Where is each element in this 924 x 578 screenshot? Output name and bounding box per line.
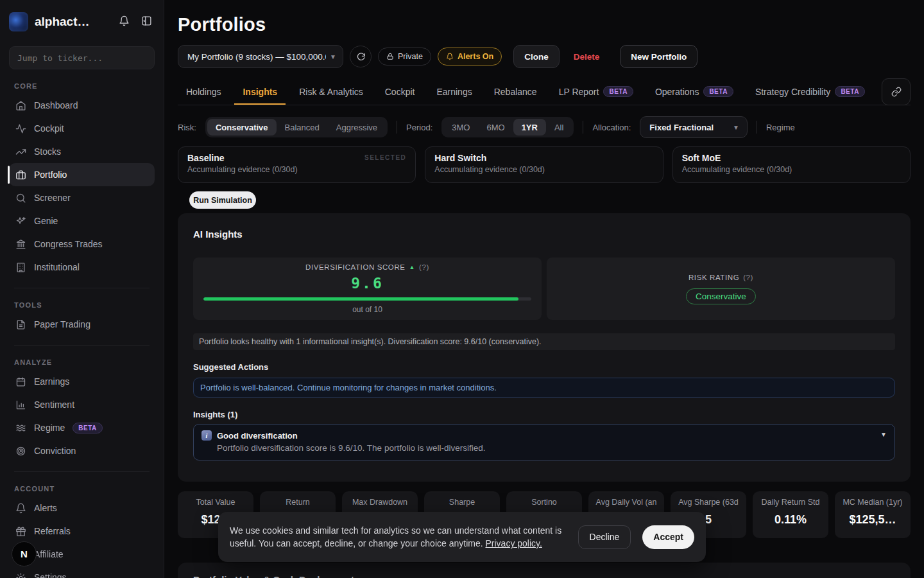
bar-chart-icon: [15, 399, 26, 410]
ai-insights-panel: AI Insights DIVERSIFICATION SCORE ▲ (?) …: [178, 213, 911, 482]
selected-tag: SELECTED: [364, 154, 406, 161]
tab-operations[interactable]: OperationsBETA: [647, 78, 742, 105]
activity-icon: [15, 123, 26, 134]
run-simulation-button[interactable]: Run Simulation: [189, 191, 256, 209]
help-icon[interactable]: (?): [743, 274, 753, 281]
risk-option-conservative[interactable]: Conservative: [207, 119, 277, 136]
sidebar-item-label: Sentiment: [34, 399, 74, 410]
period-option-6mo[interactable]: 6MO: [478, 119, 513, 136]
portfolio-select[interactable]: My Portfolio (9 stocks) — $100,000.0 ▼: [178, 45, 343, 68]
sidebar-item-regime[interactable]: Regime BETA: [9, 416, 155, 439]
risk-option-aggressive[interactable]: Aggressive: [328, 119, 386, 136]
sidebar-item-settings[interactable]: Settings: [9, 566, 155, 578]
period-option-all[interactable]: All: [546, 119, 572, 136]
stat-label: Max Drawdown: [347, 498, 413, 507]
privacy-policy-link[interactable]: Privacy policy.: [485, 538, 542, 548]
refresh-icon: [356, 52, 366, 62]
diversification-score-label: DIVERSIFICATION SCORE ▲ (?): [305, 263, 429, 271]
risk-filter-label: Risk:: [178, 123, 196, 132]
sidebar-item-label: Regime: [34, 423, 65, 433]
chevron-down-icon[interactable]: ▼: [880, 431, 887, 438]
sidebar-item-label: Dashboard: [34, 100, 78, 110]
filter-row: Risk: Conservative Balanced Aggressive P…: [178, 117, 911, 137]
stat-label: Sortino: [511, 498, 577, 507]
stat-label: MC Median (1yr): [840, 498, 905, 507]
tab-rebalance[interactable]: Rebalance: [486, 78, 545, 105]
portfolio-value-section-title: Portfolio Value & Cash Deployment: [193, 574, 895, 578]
allocation-select[interactable]: Fixed Fractional ▼: [640, 116, 748, 138]
insight-item-good-diversification[interactable]: i Good diversification Portfolio diversi…: [193, 424, 895, 460]
divider: [14, 471, 150, 472]
private-label: Private: [398, 52, 423, 61]
divider: [397, 121, 397, 134]
strategy-card-hard-switch[interactable]: Hard Switch Accumulating evidence (0/30d…: [425, 146, 663, 183]
sidebar-item-cockpit[interactable]: Cockpit: [9, 117, 155, 140]
insight-title: Good diversification: [217, 431, 298, 441]
ticker-search[interactable]: [9, 46, 155, 69]
brand-logo: [9, 12, 28, 31]
collapse-sidebar-icon[interactable]: [141, 15, 152, 29]
accept-button[interactable]: Accept: [642, 525, 694, 549]
stat-label: Daily Return Std: [758, 498, 823, 507]
diversification-score-card: DIVERSIFICATION SCORE ▲ (?) 9.6 out of 1…: [193, 258, 542, 320]
sidebar-item-genie[interactable]: Genie: [9, 209, 155, 232]
tab-insights[interactable]: Insights: [234, 78, 286, 105]
decline-button[interactable]: Decline: [578, 525, 631, 549]
diversification-score-sub: out of 10: [352, 305, 382, 314]
main-content: Portfolios My Portfolio (9 stocks) — $10…: [164, 0, 924, 578]
sidebar-item-dashboard[interactable]: Dashboard: [9, 94, 155, 117]
stat-card-mc-median: MC Median (1yr) $125,5…: [835, 491, 911, 538]
alerts-on-badge[interactable]: Alerts On: [438, 48, 502, 66]
tab-cockpit[interactable]: Cockpit: [377, 78, 424, 105]
ticker-search-input[interactable]: [17, 53, 146, 63]
cookie-text: We use cookies and similar tech for anal…: [230, 524, 568, 550]
sidebar-item-stocks[interactable]: Stocks: [9, 140, 155, 163]
notifications-bell-icon[interactable]: [119, 15, 130, 29]
regime-label: Regime: [766, 123, 795, 132]
sidebar-item-label: Earnings: [34, 376, 69, 387]
sidebar: alphact… CORE Dashboard Cockpit Stocks P…: [0, 0, 164, 578]
risk-option-balanced[interactable]: Balanced: [277, 119, 328, 136]
sidebar-item-institutional[interactable]: Institutional: [9, 256, 155, 279]
section-label-core: CORE: [14, 82, 150, 90]
sidebar-item-screener[interactable]: Screener: [9, 186, 155, 209]
sidebar-item-paper-trading[interactable]: Paper Trading: [9, 313, 155, 336]
sidebar-item-label: Alerts: [34, 503, 57, 513]
risk-rating-badge: Conservative: [686, 288, 756, 304]
refresh-button[interactable]: [350, 46, 372, 67]
diversification-progress-fill: [203, 297, 518, 301]
sidebar-item-label: Paper Trading: [34, 319, 90, 329]
delete-button[interactable]: Delete: [566, 45, 608, 68]
sidebar-item-label: Genie: [34, 216, 58, 226]
diversification-progress-track: [203, 297, 531, 301]
user-avatar[interactable]: N: [12, 541, 37, 566]
private-badge[interactable]: Private: [378, 48, 431, 66]
info-icon: i: [201, 430, 212, 441]
chevron-down-icon: ▼: [330, 53, 336, 60]
sidebar-item-portfolio[interactable]: Portfolio: [9, 163, 155, 186]
sidebar-item-alerts[interactable]: Alerts: [9, 496, 155, 520]
sidebar-item-conviction[interactable]: Conviction: [9, 439, 155, 462]
tab-earnings[interactable]: Earnings: [428, 78, 480, 105]
new-portfolio-button[interactable]: New Portfolio: [620, 45, 697, 68]
help-icon[interactable]: (?): [419, 263, 429, 271]
sidebar-item-sentiment[interactable]: Sentiment: [9, 393, 155, 416]
strategy-card-soft-moe[interactable]: Soft MoE Accumulating evidence (0/30d): [672, 146, 911, 183]
period-option-1yr[interactable]: 1YR: [513, 119, 546, 136]
tab-strategy-credibility[interactable]: Strategy CredibilityBETA: [747, 78, 873, 105]
tab-risk-analytics[interactable]: Risk & Analytics: [291, 78, 372, 105]
waves-icon: [15, 423, 26, 434]
period-option-3mo[interactable]: 3MO: [443, 119, 478, 136]
sidebar-item-congress-trades[interactable]: Congress Trades: [9, 232, 155, 256]
sidebar-item-earnings[interactable]: Earnings: [9, 370, 155, 393]
share-link-button[interactable]: [882, 78, 911, 105]
insights-list-title: Insights (1): [193, 410, 895, 419]
tab-holdings[interactable]: Holdings: [178, 78, 229, 105]
page-title: Portfolios: [178, 14, 911, 35]
tab-lp-report[interactable]: LP ReportBETA: [551, 78, 642, 105]
sidebar-item-referrals[interactable]: Referrals: [9, 520, 155, 543]
strategy-card-baseline[interactable]: Baseline Accumulating evidence (0/30d) S…: [178, 146, 416, 183]
strategy-status: Accumulating evidence (0/30d): [434, 165, 653, 174]
sidebar-item-label: Institutional: [34, 262, 80, 272]
clone-button[interactable]: Clone: [513, 45, 560, 68]
